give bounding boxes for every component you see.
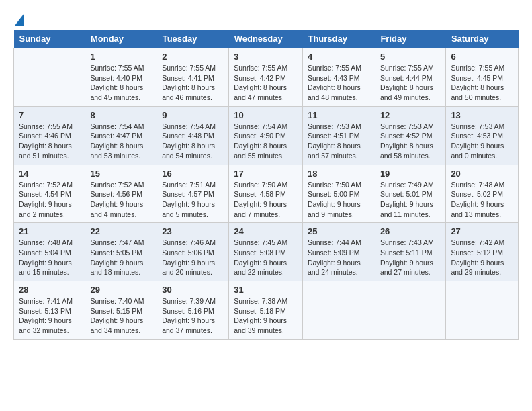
day-info: Sunrise: 7:44 AMSunset: 5:09 PMDaylight:… (308, 238, 370, 277)
day-number: 1 (90, 52, 152, 62)
day-number: 10 (234, 110, 298, 120)
calendar-cell: 8 Sunrise: 7:54 AMSunset: 4:47 PMDayligh… (85, 106, 157, 165)
day-info: Sunrise: 7:54 AMSunset: 4:47 PMDaylight:… (90, 122, 152, 161)
day-info: Sunrise: 7:38 AMSunset: 5:18 PMDaylight:… (234, 296, 298, 336)
day-info: Sunrise: 7:50 AMSunset: 5:00 PMDaylight:… (308, 180, 370, 220)
day-info: Sunrise: 7:53 AMSunset: 4:51 PMDaylight:… (308, 122, 370, 161)
day-info: Sunrise: 7:48 AMSunset: 5:04 PMDaylight:… (19, 238, 80, 277)
calendar-cell: 20 Sunrise: 7:48 AMSunset: 5:02 PMDaylig… (446, 165, 519, 223)
day-number: 30 (162, 285, 224, 295)
weekday-header: Wednesday (229, 30, 303, 48)
day-number: 25 (308, 226, 370, 236)
calendar-cell: 27 Sunrise: 7:42 AMSunset: 5:12 PMDaylig… (446, 223, 519, 281)
calendar-cell (446, 281, 519, 340)
day-number: 19 (380, 169, 441, 179)
calendar-cell: 13 Sunrise: 7:53 AMSunset: 4:53 PMDaylig… (446, 106, 519, 165)
weekday-header: Sunday (14, 30, 85, 48)
day-number: 14 (19, 169, 80, 179)
day-info: Sunrise: 7:53 AMSunset: 4:53 PMDaylight:… (451, 122, 513, 161)
calendar-cell: 29 Sunrise: 7:40 AMSunset: 5:15 PMDaylig… (85, 281, 157, 340)
calendar-cell: 25 Sunrise: 7:44 AMSunset: 5:09 PMDaylig… (302, 223, 375, 281)
day-number: 16 (162, 169, 224, 179)
day-number: 18 (308, 169, 370, 179)
calendar-week-row: 28 Sunrise: 7:41 AMSunset: 5:13 PMDaylig… (14, 281, 519, 340)
weekday-header: Saturday (446, 30, 519, 48)
day-number: 31 (234, 285, 298, 295)
day-number: 4 (308, 52, 370, 62)
day-info: Sunrise: 7:55 AMSunset: 4:42 PMDaylight:… (234, 63, 298, 103)
weekday-header: Monday (85, 30, 157, 48)
day-number: 8 (90, 110, 152, 120)
day-info: Sunrise: 7:41 AMSunset: 5:13 PMDaylight:… (19, 296, 80, 336)
day-number: 11 (308, 110, 370, 120)
day-info: Sunrise: 7:51 AMSunset: 4:57 PMDaylight:… (162, 180, 224, 220)
calendar-cell (302, 281, 375, 340)
calendar-cell (375, 281, 446, 340)
calendar-week-row: 21 Sunrise: 7:48 AMSunset: 5:04 PMDaylig… (14, 223, 519, 281)
calendar-cell: 18 Sunrise: 7:50 AMSunset: 5:00 PMDaylig… (302, 165, 375, 223)
calendar-table: SundayMondayTuesdayWednesdayThursdayFrid… (13, 30, 519, 340)
day-info: Sunrise: 7:52 AMSunset: 4:56 PMDaylight:… (90, 180, 152, 220)
calendar-cell: 26 Sunrise: 7:43 AMSunset: 5:11 PMDaylig… (375, 223, 446, 281)
day-number: 12 (380, 110, 441, 120)
day-number: 23 (162, 226, 224, 236)
calendar-cell: 22 Sunrise: 7:47 AMSunset: 5:05 PMDaylig… (85, 223, 157, 281)
day-info: Sunrise: 7:55 AMSunset: 4:44 PMDaylight:… (380, 63, 441, 103)
calendar-cell: 14 Sunrise: 7:52 AMSunset: 4:54 PMDaylig… (14, 165, 85, 223)
day-number: 7 (19, 110, 80, 120)
logo-icon (15, 13, 24, 26)
day-info: Sunrise: 7:48 AMSunset: 5:02 PMDaylight:… (451, 180, 513, 220)
day-number: 22 (90, 226, 152, 236)
calendar-cell: 5 Sunrise: 7:55 AMSunset: 4:44 PMDayligh… (375, 48, 446, 107)
day-info: Sunrise: 7:54 AMSunset: 4:48 PMDaylight:… (162, 122, 224, 161)
calendar-cell: 11 Sunrise: 7:53 AMSunset: 4:51 PMDaylig… (302, 106, 375, 165)
day-info: Sunrise: 7:55 AMSunset: 4:41 PMDaylight:… (162, 63, 224, 103)
calendar-week-row: 7 Sunrise: 7:55 AMSunset: 4:46 PMDayligh… (14, 106, 519, 165)
calendar-cell: 21 Sunrise: 7:48 AMSunset: 5:04 PMDaylig… (14, 223, 85, 281)
day-info: Sunrise: 7:46 AMSunset: 5:06 PMDaylight:… (162, 238, 224, 277)
day-number: 28 (19, 285, 80, 295)
day-info: Sunrise: 7:43 AMSunset: 5:11 PMDaylight:… (380, 238, 441, 277)
day-number: 13 (451, 110, 513, 120)
day-info: Sunrise: 7:45 AMSunset: 5:08 PMDaylight:… (234, 238, 298, 277)
day-info: Sunrise: 7:47 AMSunset: 5:05 PMDaylight:… (90, 238, 152, 277)
day-number: 6 (451, 52, 513, 62)
weekday-header: Thursday (302, 30, 375, 48)
day-info: Sunrise: 7:55 AMSunset: 4:43 PMDaylight:… (308, 63, 370, 103)
calendar-cell: 6 Sunrise: 7:55 AMSunset: 4:45 PMDayligh… (446, 48, 519, 107)
calendar-cell: 10 Sunrise: 7:54 AMSunset: 4:50 PMDaylig… (229, 106, 303, 165)
calendar-cell: 2 Sunrise: 7:55 AMSunset: 4:41 PMDayligh… (157, 48, 229, 107)
day-info: Sunrise: 7:39 AMSunset: 5:16 PMDaylight:… (162, 296, 224, 336)
calendar-cell: 30 Sunrise: 7:39 AMSunset: 5:16 PMDaylig… (157, 281, 229, 340)
calendar-cell: 24 Sunrise: 7:45 AMSunset: 5:08 PMDaylig… (229, 223, 303, 281)
calendar-cell: 23 Sunrise: 7:46 AMSunset: 5:06 PMDaylig… (157, 223, 229, 281)
calendar-cell: 7 Sunrise: 7:55 AMSunset: 4:46 PMDayligh… (14, 106, 85, 165)
day-number: 21 (19, 226, 80, 236)
day-info: Sunrise: 7:53 AMSunset: 4:52 PMDaylight:… (380, 122, 441, 161)
day-number: 5 (380, 52, 441, 62)
day-info: Sunrise: 7:49 AMSunset: 5:01 PMDaylight:… (380, 180, 441, 220)
day-info: Sunrise: 7:50 AMSunset: 4:58 PMDaylight:… (234, 180, 298, 220)
day-number: 20 (451, 169, 513, 179)
calendar-week-row: 1 Sunrise: 7:55 AMSunset: 4:40 PMDayligh… (14, 48, 519, 107)
calendar-cell (14, 48, 85, 107)
calendar-cell: 28 Sunrise: 7:41 AMSunset: 5:13 PMDaylig… (14, 281, 85, 340)
day-info: Sunrise: 7:54 AMSunset: 4:50 PMDaylight:… (234, 122, 298, 161)
day-number: 29 (90, 285, 152, 295)
logo (13, 13, 24, 23)
calendar-header-row: SundayMondayTuesdayWednesdayThursdayFrid… (14, 30, 519, 48)
calendar-cell: 15 Sunrise: 7:52 AMSunset: 4:56 PMDaylig… (85, 165, 157, 223)
day-info: Sunrise: 7:40 AMSunset: 5:15 PMDaylight:… (90, 296, 152, 336)
day-info: Sunrise: 7:42 AMSunset: 5:12 PMDaylight:… (451, 238, 513, 277)
calendar-cell: 12 Sunrise: 7:53 AMSunset: 4:52 PMDaylig… (375, 106, 446, 165)
day-info: Sunrise: 7:55 AMSunset: 4:45 PMDaylight:… (451, 63, 513, 103)
calendar-cell: 16 Sunrise: 7:51 AMSunset: 4:57 PMDaylig… (157, 165, 229, 223)
day-number: 2 (162, 52, 224, 62)
day-number: 9 (162, 110, 224, 120)
calendar-cell: 1 Sunrise: 7:55 AMSunset: 4:40 PMDayligh… (85, 48, 157, 107)
day-number: 24 (234, 226, 298, 236)
day-number: 15 (90, 169, 152, 179)
page-header (13, 13, 519, 23)
weekday-header: Friday (375, 30, 446, 48)
calendar-cell: 17 Sunrise: 7:50 AMSunset: 4:58 PMDaylig… (229, 165, 303, 223)
